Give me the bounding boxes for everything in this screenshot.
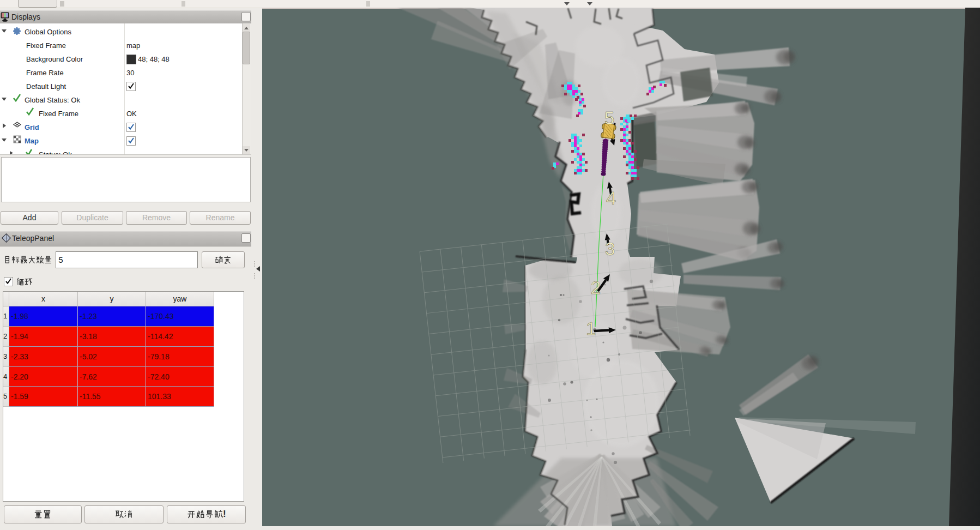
svg-text:1: 1 — [586, 318, 596, 339]
svg-text:4: 4 — [606, 188, 616, 208]
svg-text:3: 3 — [605, 239, 615, 259]
svg-text:2: 2 — [591, 278, 601, 298]
svg-text:5: 5 — [604, 108, 614, 128]
